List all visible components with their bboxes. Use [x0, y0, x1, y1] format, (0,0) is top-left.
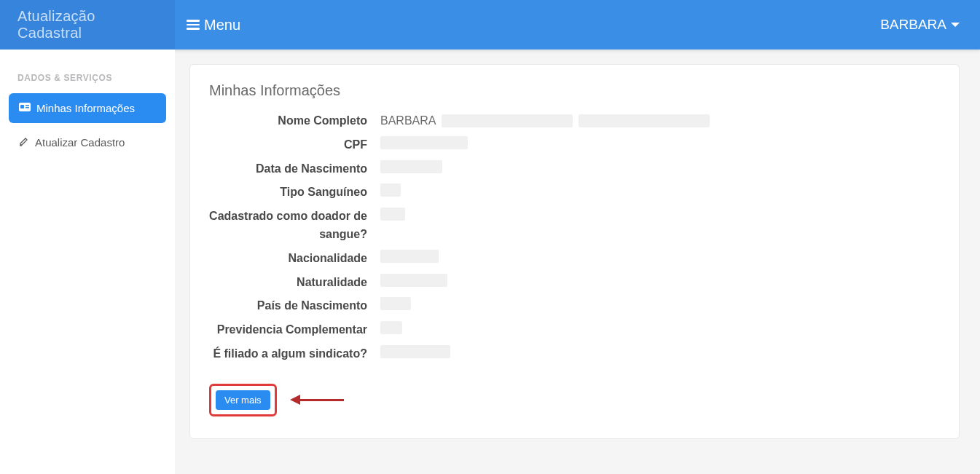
info-value: BARBARA	[380, 112, 710, 130]
info-label: Naturalidade	[209, 274, 380, 292]
info-row: Data de Nascimento	[209, 160, 940, 178]
info-label: Previdencia Complementar	[209, 321, 380, 339]
info-label: Nacionalidade	[209, 250, 380, 268]
redacted-block	[442, 114, 573, 127]
info-row: É filiado a algum sindicato?	[209, 345, 940, 363]
highlight-annotation: Ver mais	[209, 384, 277, 416]
card-title: Minhas Informações	[209, 82, 940, 99]
info-value	[380, 136, 468, 149]
ver-mais-button[interactable]: Ver mais	[216, 390, 270, 410]
info-label: Cadastrado como doador de sangue?	[209, 208, 380, 244]
info-value	[380, 345, 450, 358]
info-row: Naturalidade	[209, 274, 940, 292]
svg-rect-2	[26, 105, 29, 106]
card-icon	[19, 102, 31, 114]
sidebar-item-my-info[interactable]: Minhas Informações	[9, 93, 166, 123]
info-value	[380, 321, 402, 334]
brand-title: Atualização Cadastral	[0, 0, 175, 50]
info-label: CPF	[209, 136, 380, 154]
info-row: Nacionalidade	[209, 250, 940, 268]
redacted-block	[380, 208, 405, 221]
info-value	[380, 274, 447, 287]
info-label: É filiado a algum sindicato?	[209, 345, 380, 363]
redacted-block	[380, 160, 442, 173]
hamburger-icon	[187, 20, 200, 30]
info-row: Previdencia Complementar	[209, 321, 940, 339]
redacted-block	[380, 250, 439, 263]
info-label: Nome Completo	[209, 112, 380, 130]
pencil-icon	[19, 136, 29, 149]
sidebar-item-update[interactable]: Atualizar Cadastro	[9, 127, 166, 157]
redacted-block	[579, 114, 710, 127]
info-value	[380, 183, 401, 197]
redacted-block	[380, 274, 447, 287]
info-row: País de Nascimento	[209, 297, 940, 315]
info-label: Data de Nascimento	[209, 160, 380, 178]
arrow-annotation	[290, 395, 344, 405]
header: Atualização Cadastral Menu BARBARA	[0, 0, 980, 50]
redacted-block	[380, 321, 402, 334]
info-value	[380, 297, 411, 310]
sidebar-item-label: Atualizar Cadastro	[35, 136, 125, 149]
info-label: Tipo Sanguíneo	[209, 183, 380, 202]
user-name: BARBARA	[880, 17, 946, 33]
info-value	[380, 250, 439, 263]
info-card: Minhas Informações Nome CompletoBARBARAC…	[189, 64, 960, 439]
redacted-block	[380, 136, 468, 149]
info-row: CPF	[209, 136, 940, 154]
svg-rect-1	[20, 105, 24, 108]
redacted-block	[380, 297, 411, 310]
caret-down-icon	[951, 23, 960, 27]
sidebar: DADOS & SERVIÇOS Minhas Informações Atua…	[0, 50, 175, 474]
info-row: Cadastrado como doador de sangue?	[209, 208, 940, 244]
redacted-block	[380, 183, 401, 197]
info-row: Nome CompletoBARBARA	[209, 112, 940, 130]
svg-rect-3	[26, 107, 29, 108]
sidebar-heading: DADOS & SERVIÇOS	[9, 61, 166, 93]
menu-label: Menu	[204, 17, 240, 33]
info-value	[380, 160, 442, 173]
main-content: Minhas Informações Nome CompletoBARBARAC…	[175, 50, 980, 474]
info-value	[380, 208, 405, 221]
info-row: Tipo Sanguíneo	[209, 183, 940, 202]
user-dropdown[interactable]: BARBARA	[860, 17, 980, 33]
redacted-block	[380, 345, 450, 358]
info-label: País de Nascimento	[209, 297, 380, 315]
sidebar-item-label: Minhas Informações	[36, 102, 135, 114]
menu-toggle[interactable]: Menu	[175, 17, 252, 33]
